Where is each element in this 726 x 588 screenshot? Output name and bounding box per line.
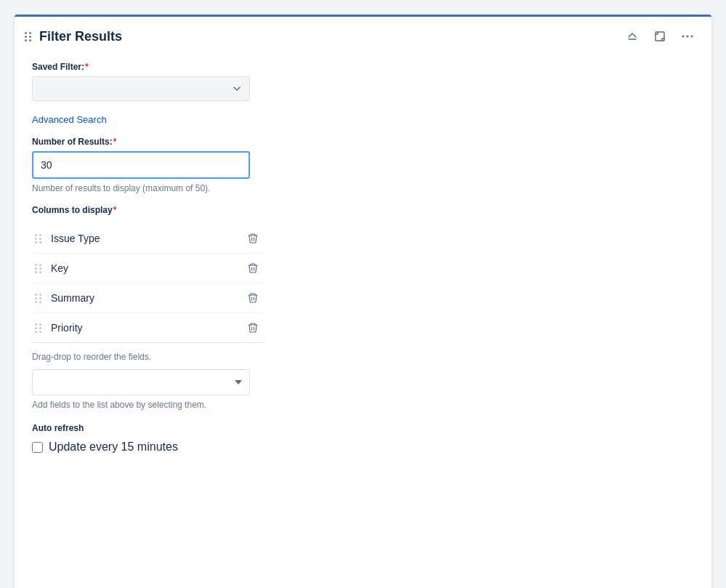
advanced-search-link[interactable]: Advanced Search	[32, 114, 107, 125]
number-of-results-group: Number of Results:* Number of results to…	[32, 137, 694, 193]
number-of-results-label: Number of Results:*	[32, 137, 694, 147]
saved-filter-input[interactable]	[39, 83, 230, 94]
number-of-results-input[interactable]	[32, 151, 250, 179]
column-name: Summary	[51, 292, 244, 304]
delete-column-button[interactable]	[244, 230, 262, 247]
auto-refresh-checkbox-label[interactable]: Update every 15 minutes	[49, 440, 178, 454]
panel-content: Saved Filter:* Advanced Search Number of…	[15, 53, 711, 471]
saved-filter-group: Saved Filter:*	[32, 62, 694, 101]
dropdown-arrow-icon	[232, 84, 242, 94]
expand-button[interactable]	[650, 27, 669, 46]
table-row: Priority	[32, 313, 265, 343]
auto-refresh-section: Auto refresh Update every 15 minutes	[32, 423, 694, 454]
column-name: Priority	[51, 322, 244, 334]
expand-icon	[653, 30, 666, 43]
more-icon	[681, 30, 694, 43]
svg-point-1	[682, 36, 685, 38]
trash-icon	[247, 322, 259, 334]
panel-drag-handle[interactable]	[25, 32, 32, 41]
drag-drop-hint: Drag-drop to reorder the fields.	[32, 352, 694, 362]
trash-icon	[247, 292, 259, 304]
column-drag-handle[interactable]	[35, 294, 42, 303]
number-of-results-hint: Number of results to display (maximum of…	[32, 183, 694, 193]
trash-icon	[247, 262, 259, 274]
table-row: Issue Type	[32, 224, 265, 254]
filter-results-panel: Filter Results	[15, 15, 711, 588]
svg-point-3	[691, 36, 693, 38]
more-options-button[interactable]	[678, 27, 697, 46]
saved-filter-required: *	[85, 62, 89, 72]
column-list: Issue Type Key	[32, 224, 694, 343]
saved-filter-dropdown-button[interactable]	[230, 82, 243, 95]
column-drag-handle[interactable]	[35, 234, 42, 243]
table-row: Summary	[32, 283, 265, 313]
table-row: Key	[32, 254, 265, 283]
columns-to-display-label: Columns to display*	[32, 205, 694, 215]
columns-required: *	[113, 205, 117, 215]
delete-column-button[interactable]	[244, 289, 262, 307]
saved-filter-input-wrapper[interactable]	[32, 76, 250, 101]
auto-refresh-label: Auto refresh	[32, 423, 694, 433]
auto-refresh-checkbox[interactable]	[32, 442, 43, 453]
delete-column-button[interactable]	[244, 259, 262, 277]
delete-column-button[interactable]	[244, 319, 262, 337]
panel-header: Filter Results	[15, 17, 711, 53]
columns-to-display-section: Columns to display* Issue Type	[32, 205, 694, 410]
column-name: Issue Type	[51, 233, 244, 244]
saved-filter-label: Saved Filter:*	[32, 62, 694, 72]
minimize-button[interactable]	[623, 27, 642, 46]
column-drag-handle[interactable]	[35, 264, 42, 273]
add-field-select[interactable]	[32, 369, 250, 395]
minimize-icon	[626, 30, 639, 43]
panel-header-left: Filter Results	[25, 29, 122, 44]
panel-header-right	[623, 27, 697, 46]
number-required: *	[113, 137, 117, 147]
trash-icon	[247, 233, 259, 244]
column-name: Key	[51, 262, 244, 274]
column-drag-handle[interactable]	[35, 323, 42, 333]
svg-point-2	[687, 36, 689, 38]
add-field-hint: Add fields to the list above by selectin…	[32, 400, 694, 410]
page-title: Filter Results	[39, 29, 122, 44]
svg-rect-0	[656, 32, 664, 41]
auto-refresh-checkbox-row: Update every 15 minutes	[32, 440, 694, 454]
